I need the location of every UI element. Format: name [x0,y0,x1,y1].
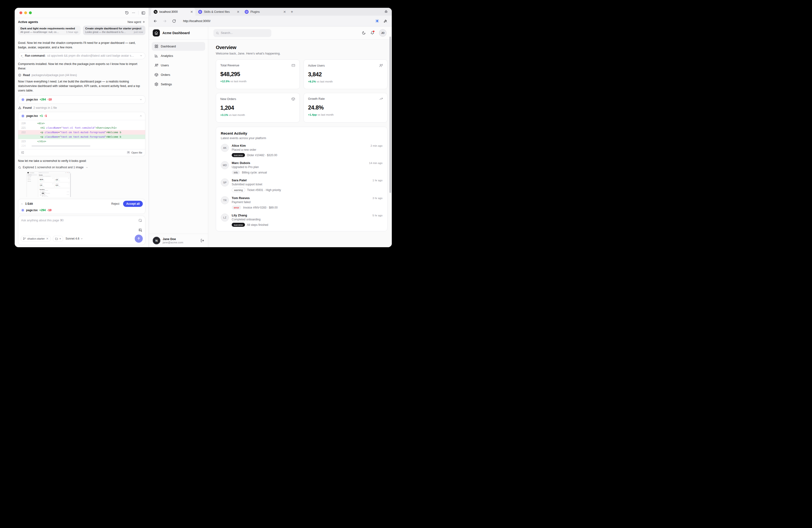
topbar-avatar[interactable]: JD [68,172,70,173]
chevron-up-icon[interactable] [20,202,23,205]
accept-all-button[interactable]: Accept all [123,201,143,207]
brand-header[interactable]: Acme Dashboard [27,171,38,174]
edited-file-row[interactable]: page.tsx +294 -10 [20,207,143,212]
plus-icon [142,20,145,24]
new-agent-button[interactable]: New agent [128,20,145,24]
chevron-up-icon[interactable] [86,166,88,169]
search-input[interactable]: Search... [214,29,271,37]
send-button[interactable] [135,235,143,243]
address-bar[interactable]: http://localhost:3000/ [183,19,211,23]
logout-icon[interactable] [200,239,204,242]
activity-item[interactable]: LZ Lily Zhang 5 hr ago Completed onboard… [221,213,382,227]
attach-image-icon[interactable] [139,228,142,232]
agent-card[interactable]: Dark and light mode requirements needed … [18,26,81,35]
minimize-window-button[interactable] [24,11,27,14]
activity-item[interactable]: SP Sara Patel 1 hr ago Submitted support… [221,179,382,192]
zoom-window-button[interactable] [29,11,32,14]
activity-detail: Ticket #5931 · High priority [247,188,281,192]
collapse-panel-icon[interactable] [141,11,145,15]
sidebar-nav-item[interactable]: Users [27,178,37,179]
element-selector-icon[interactable] [139,219,142,223]
ran-command-row[interactable]: >_ Ran command: cd apps/web && pnpm dlx … [18,52,145,59]
kpi-card: Growth Rate 24.8% +1.4pp vs last month [304,93,388,122]
activity-item[interactable]: AK Alice Kim 2 min ago Placed a new orde… [221,144,382,157]
topbar-avatar[interactable]: JD [379,29,387,37]
activity-avatar: AK [40,192,41,193]
chevron-down-icon[interactable] [140,98,142,101]
file-diff-card-collapsed[interactable]: page.tsx +294 -10 [18,95,145,104]
theme-sun-icon[interactable] [375,19,379,23]
explored-row[interactable]: Explored 1 screenshot on localhost and 1… [18,166,145,169]
browser-tab[interactable]: localhost:3000 ✕ [151,8,195,16]
screenshot-thumbnail[interactable]: Acme Dashboard Dashboard Analy [27,171,71,197]
close-window-button[interactable] [19,11,22,14]
react-icon [21,98,25,102]
forward-icon[interactable] [163,19,167,23]
sidebar-nav-item[interactable]: Orders [27,179,37,180]
expand-diff-icon[interactable] [21,151,24,154]
kpi-delta: +3.1% vs last month [40,186,53,187]
model-selector[interactable]: Sonnet 4.6 [65,237,84,240]
sidebar-nav-item[interactable]: Analytics [152,51,205,60]
reject-button[interactable]: Reject [109,201,121,207]
back-icon[interactable] [153,19,158,23]
brand-header[interactable]: Acme Dashboard [149,27,208,40]
page-scrollbar[interactable] [389,36,391,193]
browser-tab[interactable]: Plugins ✕ [242,8,288,16]
activity-name: Sara Patel [232,179,247,182]
activity-item[interactable]: TR Tom Reeves 3 hr ago Payment failed [221,196,382,210]
dark-mode-moon-icon[interactable] [362,31,366,35]
sidebar-nav: Dashboard Analytics Users [27,174,38,182]
activity-item[interactable]: MD Marc Dubois 14 min ago Upgraded to Pr… [221,161,382,175]
chevron-down-icon[interactable] [140,54,143,57]
file-diff-header[interactable]: page.tsx +1 -1 [18,112,145,120]
terminal-icon: >_ [21,55,23,57]
browser-tab[interactable]: Skills & Context files ✕ [195,8,242,16]
new-tab-button[interactable]: + [288,8,295,16]
notifications-bell-icon[interactable] [67,172,68,173]
kpi-card: New Orders 1,204 +3.1% vs last month [216,93,300,122]
agent-card[interactable]: Create simple dashboard for starter proj… [83,26,146,35]
tab-close-icon[interactable]: ✕ [190,10,193,14]
activity-avatar: AK [221,144,229,152]
read-file-row[interactable]: Read packages/ui/package.json (44 lines) [18,74,145,77]
sidebar-nav-item[interactable]: Orders [152,70,205,79]
activity-item[interactable]: AK Alice Kim 2 min ago Placed a new orde… [40,192,69,194]
brush-icon[interactable] [384,8,388,16]
chat-composer[interactable]: Ask anything about this page ⌘l shadcn-s… [18,216,145,245]
sidebar-nav-item[interactable]: Users [152,61,205,70]
activity-time: 2 min ago [371,144,382,147]
kpi-value: 1,204 [40,185,53,186]
sidebar-user-row[interactable]: N Jane Doe jane@acme.com [149,234,208,247]
status-badge: info [42,196,43,196]
read-file-detail: packages/ui/package.json (44 lines) [31,74,77,77]
notifications-bell-icon[interactable] [371,31,374,35]
branch-chip[interactable]: shadcn-starter ✕ [20,236,51,242]
add-folder-chip[interactable]: + [53,236,63,242]
activity-detail: Order #10482 · $320.00 [45,193,50,193]
more-options-icon[interactable] [132,11,135,15]
kpi-icon [68,183,69,184]
search-input[interactable]: Search... [39,172,49,174]
sidebar-nav-item[interactable]: Dashboard [27,174,37,176]
devtools-icon[interactable] [383,19,388,23]
history-icon[interactable] [125,11,129,15]
kpi-grid: Total Revenue $48,295 +12.5% vs last mon… [39,177,70,188]
brand-name: Acme Dashboard [162,31,190,35]
sidebar-nav-item[interactable]: Settings [27,181,37,182]
chat-transcript[interactable]: Good. Now let me install the shadcn comp… [15,37,149,197]
chevron-up-icon[interactable] [140,115,142,117]
tab-close-icon[interactable]: ✕ [237,10,240,14]
open-file-button[interactable]: Open file [127,151,142,154]
sidebar-nav-item[interactable]: Settings [152,80,205,89]
reload-icon[interactable] [172,19,176,23]
activity-item[interactable]: MD Marc Dubois 14 min ago Upgraded to Pr… [40,194,69,196]
activity-detail: All steps finished [247,223,268,227]
sidebar-nav-item[interactable]: Dashboard [152,42,205,51]
nav-item-label: Settings [29,181,31,182]
sidebar-nav-item[interactable]: Analytics [27,176,37,177]
dark-mode-moon-icon[interactable] [65,172,66,173]
search-placeholder: Search... [40,172,42,173]
remove-branch-icon[interactable]: ✕ [46,237,48,240]
tab-close-icon[interactable]: ✕ [283,10,286,14]
